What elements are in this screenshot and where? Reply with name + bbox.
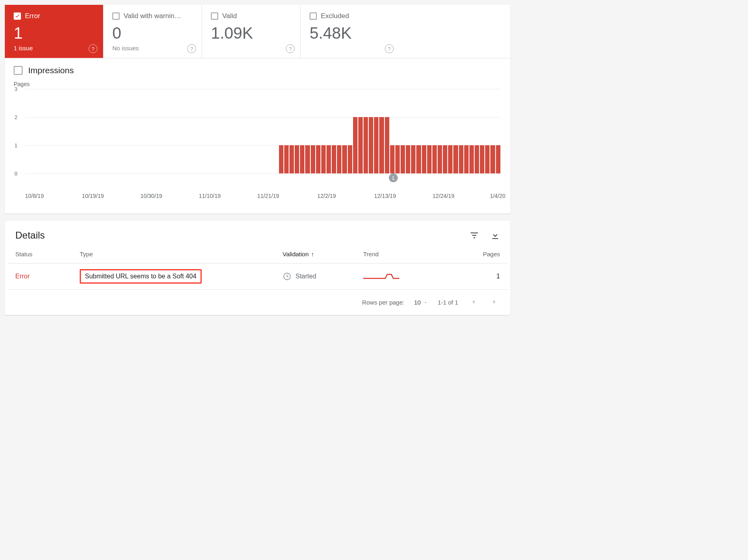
- x-tick: 10/8/19: [25, 193, 44, 199]
- x-tick: 10/30/19: [141, 193, 163, 199]
- x-tick: 12/24/19: [432, 193, 455, 199]
- dropdown-icon: [423, 300, 428, 305]
- bar: [316, 145, 320, 173]
- tab-value: 1: [14, 24, 94, 42]
- prev-page-button[interactable]: [468, 296, 479, 309]
- bar: [390, 145, 395, 173]
- table-header-row: Status Type Validation ↑ Trend Pages: [8, 245, 507, 264]
- next-page-button[interactable]: [489, 296, 500, 309]
- bar: [337, 145, 341, 173]
- x-tick: 11/10/19: [199, 193, 221, 199]
- bar: [326, 145, 331, 173]
- checkbox-icon: [14, 12, 21, 20]
- col-status[interactable]: Status: [15, 251, 80, 257]
- y-tick: 0: [14, 171, 17, 177]
- impressions-checkbox[interactable]: [14, 66, 23, 75]
- col-validation[interactable]: Validation ↑: [283, 251, 363, 257]
- table-pager: Rows per page: 10 1-1 of 1: [5, 290, 510, 315]
- bar: [305, 145, 310, 173]
- details-actions: [469, 231, 500, 240]
- bar: [300, 145, 304, 173]
- bars-container: [25, 89, 500, 173]
- x-tick: 11/21/19: [257, 193, 279, 199]
- x-tick: 12/2/19: [317, 193, 336, 199]
- download-icon[interactable]: [490, 231, 500, 240]
- details-table: Status Type Validation ↑ Trend Pages Err…: [5, 245, 510, 290]
- status-tabs: Error11 issue?Valid with warnin…0No issu…: [5, 5, 510, 58]
- trend-sparkline: [363, 270, 399, 281]
- tab-error[interactable]: Error11 issue?: [5, 5, 103, 58]
- bar: [358, 117, 363, 173]
- issue-type-highlight: Submitted URL seems to be a Soft 404: [80, 269, 202, 284]
- tab-subtext: No issues: [112, 45, 193, 51]
- cell-pages: 1: [452, 273, 500, 280]
- bar: [332, 145, 336, 173]
- tab-subtext: 1 issue: [14, 45, 94, 51]
- sort-arrow-icon: ↑: [311, 251, 314, 257]
- col-pages[interactable]: Pages: [452, 251, 500, 257]
- bar: [490, 145, 495, 173]
- bar: [485, 145, 490, 173]
- col-trend[interactable]: Trend: [363, 251, 452, 257]
- bar: [406, 145, 410, 173]
- x-tick: 12/13/19: [374, 193, 396, 199]
- cell-status: Error: [15, 273, 80, 280]
- bar: [443, 145, 447, 173]
- tab-valid[interactable]: Valid1.09K?: [202, 5, 301, 58]
- bar: [311, 145, 315, 173]
- tab-label: Excluded: [321, 12, 349, 20]
- bar: [459, 145, 463, 173]
- bar: [469, 145, 474, 173]
- clock-icon: [283, 272, 291, 281]
- chart-xaxis: 10/8/1910/19/1910/30/1911/10/1911/21/191…: [25, 193, 500, 205]
- checkbox-icon: [112, 12, 120, 20]
- bar: [422, 145, 426, 173]
- details-header: Details: [5, 221, 510, 245]
- tab-excluded[interactable]: Excluded5.48K?: [301, 5, 399, 58]
- bar: [496, 145, 500, 173]
- tab-label: Valid with warnin…: [124, 12, 181, 20]
- bar: [448, 145, 453, 173]
- bar: [427, 145, 432, 173]
- tab-valid-with-warnin-[interactable]: Valid with warnin…0No issues?: [103, 5, 202, 58]
- bar: [401, 145, 405, 173]
- coverage-card: Error11 issue?Valid with warnin…0No issu…: [5, 5, 510, 214]
- tab-value: 1.09K: [211, 24, 291, 42]
- chart-event-marker[interactable]: 1: [389, 173, 398, 182]
- bar: [464, 145, 469, 173]
- bar: [379, 117, 384, 173]
- bar: [284, 145, 289, 173]
- help-icon[interactable]: ?: [187, 44, 196, 53]
- bar: [321, 145, 326, 173]
- cell-validation: Started: [283, 272, 363, 281]
- bar: [416, 145, 421, 173]
- bar: [374, 117, 378, 173]
- tab-label: Error: [25, 12, 40, 20]
- rows-per-page-select[interactable]: 10: [414, 299, 428, 306]
- bar: [475, 145, 479, 173]
- filter-icon[interactable]: [469, 231, 479, 240]
- bar: [342, 145, 347, 173]
- help-icon[interactable]: ?: [89, 44, 97, 53]
- table-row[interactable]: ErrorSubmitted URL seems to be a Soft 40…: [8, 264, 507, 290]
- col-type[interactable]: Type: [80, 251, 283, 257]
- x-tick: 1/4/20: [490, 193, 506, 199]
- x-tick: 10/19/19: [82, 193, 104, 199]
- impressions-toggle-row: Impressions: [5, 58, 510, 77]
- bar: [353, 117, 357, 173]
- checkbox-icon: [310, 12, 317, 20]
- help-icon[interactable]: ?: [286, 44, 295, 53]
- help-icon[interactable]: ?: [385, 44, 394, 53]
- bar: [411, 145, 415, 173]
- bar: [453, 145, 458, 173]
- bar: [348, 145, 352, 173]
- tab-value: 0: [112, 24, 193, 42]
- details-card: Details Status Type Validation ↑ Trend P…: [5, 221, 510, 315]
- y-tick: 2: [14, 114, 17, 120]
- chart-area: Pages 0123 1 10/8/1910/19/1910/30/1911/1…: [5, 77, 510, 214]
- bar: [432, 145, 437, 173]
- rows-per-page-label: Rows per page:: [362, 299, 404, 306]
- pages-bar-chart: 0123: [25, 89, 500, 173]
- impressions-label: Impressions: [28, 66, 74, 75]
- cell-trend: [363, 270, 452, 282]
